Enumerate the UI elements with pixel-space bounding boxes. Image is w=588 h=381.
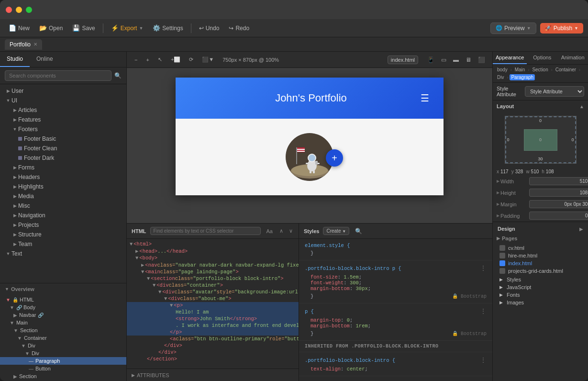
zoom-out-btn[interactable]: − (132, 56, 140, 64)
tab-close-icon[interactable]: ✕ (33, 42, 37, 47)
page-index[interactable]: index.html (497, 259, 584, 267)
html-node-body[interactable]: ▼ <body> (127, 255, 299, 261)
bc-body[interactable]: body (496, 67, 509, 73)
height-input[interactable] (529, 189, 588, 197)
width-input[interactable] (529, 177, 588, 185)
html-node-section-close[interactable]: </section> (127, 356, 299, 362)
tree-item-text[interactable]: ▼ Text (0, 249, 126, 258)
html-collapse-btn[interactable]: ∧ (278, 227, 284, 235)
select-tool-btn[interactable]: ↖ (155, 55, 165, 64)
html-node-div-close1[interactable]: </div> (127, 342, 299, 349)
tree-item-team[interactable]: ▶ Team (0, 239, 126, 249)
css-selector-element[interactable]: element.style { (305, 243, 487, 248)
close-button[interactable] (6, 7, 12, 13)
minimize-button[interactable] (16, 7, 22, 13)
bc-main[interactable]: Main (513, 67, 527, 73)
page-selector[interactable]: index.html (388, 56, 418, 64)
undo-button[interactable]: ↩ Undo (195, 23, 223, 34)
tree-item-footer-basic[interactable]: Footer Basic (0, 134, 126, 144)
bc-section[interactable]: Section (531, 67, 549, 73)
ov-div-1[interactable]: ▼ Div (0, 342, 126, 349)
tablet-portrait-icon[interactable]: ▭ (439, 55, 449, 65)
padding-input[interactable] (529, 212, 588, 220)
redo-button[interactable]: ↪ Redo (225, 23, 253, 34)
html-node-div-close2[interactable]: </div> (127, 349, 299, 356)
css-block-p-menu-icon[interactable]: ⋮ (480, 307, 487, 315)
html-expand-btn[interactable]: ∨ (288, 227, 294, 235)
settings-button[interactable]: ⚙️ Settings (149, 22, 187, 34)
tab-portfolio[interactable]: Portfolio ✕ (5, 39, 42, 50)
mobile-icon[interactable]: 📱 (425, 55, 437, 65)
search-style-icon[interactable]: 🔍 (353, 227, 364, 235)
page-hireme[interactable]: hire-me.html (497, 252, 584, 259)
open-button[interactable]: 📂 Open (35, 22, 67, 34)
export-button[interactable]: ⚡ Export ▼ (107, 22, 147, 34)
html-node-main[interactable]: ▼ <main class="page laindng-page"> (127, 269, 299, 275)
layout-collapse-icon[interactable]: ▲ (579, 104, 584, 109)
html-node-p-text[interactable]: Hello! I am (127, 309, 299, 315)
tree-item-forms[interactable]: ▶ Forms (0, 163, 126, 172)
tree-item-features[interactable]: ▶ Features (0, 115, 126, 124)
javascript-section-row[interactable]: ▶ JavaScript (497, 283, 584, 291)
css-block-menu-icon[interactable]: ⋮ (480, 264, 487, 272)
bc-div[interactable]: Div (496, 74, 505, 80)
html-node-head[interactable]: ▶ <head>...</head> (127, 247, 299, 255)
ov-html[interactable]: ▼ 🔒 HTML (0, 296, 126, 303)
tab-studio[interactable]: Studio (0, 52, 30, 67)
tree-item-structure[interactable]: ▶ Structure (0, 230, 126, 239)
style-attr-select[interactable]: Style Attribute (525, 86, 584, 97)
search-input[interactable] (5, 70, 111, 81)
canvas-settings-btn[interactable]: ⬛▼ (199, 55, 217, 64)
page-cv[interactable]: cv.html (497, 244, 584, 252)
html-node-section[interactable]: ▼ <section class="portfolio-block block-… (127, 275, 299, 282)
save-button[interactable]: 💾 Save (68, 22, 99, 34)
tree-item-footer-clean[interactable]: Footer Clean (0, 144, 126, 153)
new-button[interactable]: 📄 New (5, 22, 33, 34)
ov-button[interactable]: — Button (0, 365, 126, 372)
tab-online[interactable]: Online (30, 52, 60, 67)
css-selector-inherited[interactable]: .portfolio-block.block-intro { ⋮ (305, 356, 487, 364)
html-format-btn[interactable]: Aa (265, 227, 275, 235)
hamburger-icon[interactable]: ☰ (421, 92, 429, 104)
create-style-button[interactable]: Create ▼ (323, 227, 349, 235)
html-node-a[interactable]: <a class="btn btn-outline-primary" role=… (127, 336, 299, 342)
search-icon[interactable]: 🔍 (114, 72, 122, 79)
preview-button[interactable]: 🌐 Preview ▼ (490, 22, 536, 34)
tree-item-projects[interactable]: ▶ Projects (0, 220, 126, 230)
tree-item-ui[interactable]: ▼ UI (0, 96, 126, 105)
tab-options[interactable]: Options (527, 52, 557, 64)
tab-animation[interactable]: Animation (557, 52, 588, 64)
tree-item-misc[interactable]: ▶ Misc (0, 201, 126, 211)
margin-input[interactable] (529, 200, 588, 208)
html-node-p-text2[interactable]: . I work as interface and front end deve… (127, 322, 299, 329)
ov-div-2[interactable]: ▼ Div (0, 349, 126, 357)
design-collapse-icon[interactable]: ▶ (579, 226, 583, 232)
tablet-landscape-icon[interactable]: ▬ (451, 55, 461, 65)
tree-item-footers[interactable]: ▼ Footers (0, 124, 126, 134)
html-node-p-close[interactable]: </p> (127, 329, 299, 336)
fonts-section-row[interactable]: ▶ Fonts (497, 291, 584, 299)
desktop-large-icon[interactable]: ⬛ (476, 55, 488, 65)
ov-body[interactable]: ▼ 🔗 Body (0, 303, 126, 311)
html-node-avatar-div[interactable]: ▼ <div class="avatar" style="background-… (127, 289, 299, 295)
html-node-html[interactable]: ▼ <html> (127, 241, 299, 247)
tree-item-navigation[interactable]: ▶ Navigation (0, 211, 126, 220)
device-rotate-btn[interactable]: ⟳ (186, 55, 196, 64)
tree-item-headers[interactable]: ▶ Headers (0, 172, 126, 182)
html-node-nav[interactable]: ▶ <nav class="navbar navbar-dark navbar-… (127, 261, 299, 269)
tree-item-user[interactable]: ▶ User (0, 86, 126, 96)
canvas-area[interactable]: John's Portfolio ☰ (127, 68, 492, 223)
css-selector-portfolio[interactable]: .portfolio-block.block-intro p { ⋮ (305, 264, 487, 272)
ov-section-2[interactable]: ▶ Section (0, 372, 126, 380)
tree-item-footer-dark[interactable]: Footer Dark (0, 153, 126, 163)
attributes-header[interactable]: ▶ ATTRIBUTES (127, 369, 299, 381)
ov-paragraph[interactable]: — Paragraph (0, 357, 126, 365)
maximize-button[interactable] (26, 7, 32, 13)
html-search-input[interactable] (150, 227, 261, 235)
ov-section-1[interactable]: ▼ Section (0, 326, 126, 334)
styles-section-row[interactable]: ▶ Styles (497, 276, 584, 283)
ov-navbar[interactable]: ▶ Navbar 🔗 (0, 311, 126, 319)
ov-container[interactable]: ▼ Container (0, 334, 126, 342)
html-node-about-div[interactable]: ▼ <div class="about-me"> (127, 295, 299, 302)
css-inherited-menu-icon[interactable]: ⋮ (480, 356, 487, 364)
